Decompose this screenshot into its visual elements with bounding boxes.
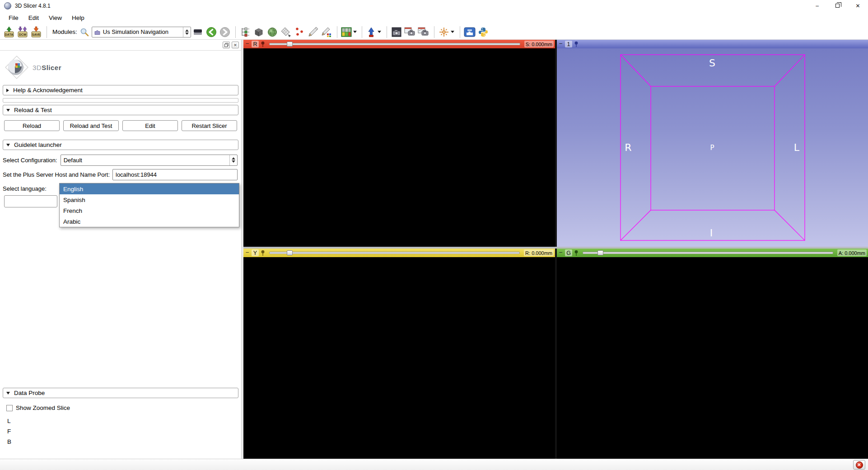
menu-file[interactable]: File (4, 14, 23, 21)
configuration-combobox[interactable]: Default (61, 155, 238, 166)
crosshair-button[interactable] (437, 26, 456, 38)
red-slice-viewport[interactable] (243, 48, 555, 247)
mouse-mode-button[interactable] (365, 26, 383, 38)
yellow-slice-controller: – Y R: 0.000mm (243, 249, 555, 257)
annotations-module-button[interactable] (293, 26, 306, 38)
pencil-icon (308, 27, 318, 38)
red-pin-icon[interactable] (261, 41, 265, 47)
configuration-spin[interactable] (229, 155, 237, 165)
screenshot-button[interactable] (390, 26, 403, 38)
extensions-manager-button[interactable] (463, 26, 476, 38)
models-module-button[interactable] (266, 26, 279, 38)
editor-module-button[interactable] (306, 26, 320, 38)
volumes-module-button[interactable] (252, 26, 266, 38)
svg-text:SAVE: SAVE (32, 33, 41, 36)
module-selector[interactable]: Us Simulation Navigation (92, 27, 191, 38)
yellow-view-label[interactable]: Y (252, 249, 259, 256)
green-pin-icon[interactable] (574, 250, 579, 256)
language-option-arabic[interactable]: Arabic (60, 216, 239, 227)
probe-row-l: L (7, 418, 11, 424)
empty-combobox[interactable] (4, 195, 57, 207)
module-forward-button[interactable] (218, 26, 232, 38)
python-icon (478, 27, 489, 38)
language-dropdown: English Spanish French Arabic (59, 183, 239, 227)
red-slice-controller: – R S: 0.000mm (243, 40, 555, 48)
slider-handle[interactable] (287, 250, 293, 255)
module-back-button[interactable] (205, 26, 218, 38)
show-zoomed-slice-checkbox[interactable] (6, 405, 13, 411)
svg-text:DCM: DCM (19, 33, 26, 36)
panel-close-button[interactable]: ✕ (232, 42, 239, 48)
view-layout: – R S: 0.000mm – 1 (243, 40, 868, 459)
help-section-body (3, 98, 238, 103)
mouse-mode-caret-icon (378, 31, 381, 33)
menu-help[interactable]: Help (67, 14, 89, 21)
minimize-button[interactable]: – (807, 0, 827, 11)
yellow-pin-icon[interactable] (261, 250, 265, 256)
threed-collapse-button[interactable]: – (558, 41, 563, 47)
back-icon (206, 27, 217, 38)
language-option-spanish[interactable]: Spanish (60, 194, 239, 205)
segment-editor-module-button[interactable] (320, 26, 333, 38)
modules-label: Modules: (52, 28, 77, 35)
toolbar-separator (387, 26, 387, 38)
module-history-button[interactable] (191, 26, 205, 38)
layout-caret-icon (353, 31, 357, 33)
slicer-logo-text: 3DSlicer (33, 64, 61, 71)
language-option-french[interactable]: French (60, 205, 239, 216)
panel-float-button[interactable] (223, 42, 230, 48)
section-guidelet-launcher[interactable]: Guidelet launcher (3, 140, 238, 150)
restore-button[interactable] (827, 0, 848, 11)
yellow-collapse-button[interactable]: – (245, 250, 250, 256)
yellow-slice-offset-slider[interactable] (269, 250, 520, 256)
data-module-button[interactable] (238, 26, 252, 38)
green-view-label[interactable]: G (565, 249, 572, 256)
search-icon (80, 28, 89, 37)
module-selector-spin[interactable] (183, 27, 191, 37)
threed-pin-icon[interactable] (574, 41, 579, 47)
edit-button[interactable]: Edit (122, 120, 178, 131)
axis-label-p: P (710, 144, 714, 152)
save-button[interactable]: SAVE (29, 26, 43, 38)
threed-viewport[interactable]: S R P L I (557, 48, 868, 249)
layout-selector-button[interactable] (340, 26, 358, 38)
yellow-slice-viewport[interactable] (243, 257, 555, 459)
plus-server-input[interactable] (112, 169, 238, 180)
red-collapse-button[interactable]: – (245, 41, 250, 47)
load-dicom-button[interactable]: DCM (16, 26, 29, 38)
module-search-button[interactable] (79, 26, 90, 38)
section-help-acknowledgement[interactable]: Help & Acknowledgement (3, 85, 238, 95)
error-log-button[interactable]: ✕ (853, 460, 865, 470)
scene-view-restore-button[interactable] (417, 26, 430, 38)
section-reload-test[interactable]: Reload & Test (3, 105, 238, 115)
language-option-english[interactable]: English (60, 183, 239, 194)
reload-button[interactable]: Reload (4, 120, 60, 131)
scene-view-capture-button[interactable] (403, 26, 417, 38)
load-data-button[interactable]: DATA (2, 26, 16, 38)
restart-slicer-button[interactable]: Restart Slicer (182, 120, 237, 131)
slider-handle[interactable] (597, 250, 603, 255)
horizontal-view-splitter[interactable] (243, 247, 868, 249)
menu-edit[interactable]: Edit (23, 14, 44, 21)
module-puzzle-icon (94, 28, 101, 36)
slicer-window: 3D Slicer 4.8.1 – ✕ File Edit View Help … (0, 0, 868, 470)
segment-editor-icon (321, 27, 332, 38)
transforms-module-button[interactable] (279, 26, 293, 38)
green-slice-viewport[interactable] (557, 257, 868, 459)
python-console-button[interactable] (476, 26, 490, 38)
section-label: Reload & Test (14, 107, 52, 113)
green-slice-offset-slider[interactable] (583, 250, 833, 256)
green-collapse-button[interactable]: – (558, 250, 563, 256)
threed-view-label[interactable]: 1 (565, 41, 572, 47)
reload-and-test-button[interactable]: Reload and Test (63, 120, 119, 131)
menu-view[interactable]: View (44, 14, 67, 21)
red-slice-offset-slider[interactable] (269, 41, 520, 47)
slider-handle[interactable] (287, 42, 293, 47)
volumes-cube-icon (253, 27, 264, 38)
red-view-label[interactable]: R (252, 41, 259, 47)
section-data-probe[interactable]: Data Probe (3, 388, 238, 398)
close-button[interactable]: ✕ (848, 0, 868, 11)
red-slice-view: – R S: 0.000mm (243, 40, 555, 247)
toolbar-separator (235, 26, 236, 38)
restore-icon (835, 4, 840, 8)
